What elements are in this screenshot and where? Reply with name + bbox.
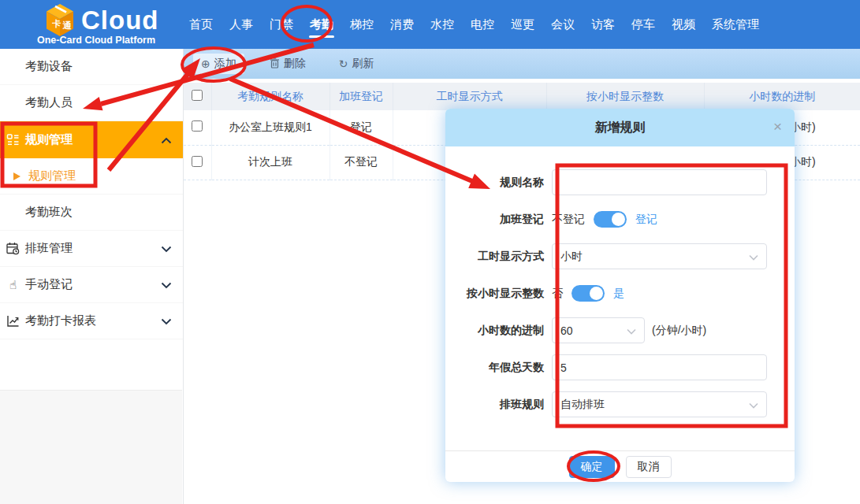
- chevron-down-icon: [627, 324, 636, 337]
- chevron-up-icon: [161, 133, 172, 146]
- chevron-down-icon: [161, 278, 172, 291]
- sidebar-item-label: 考勤打卡报表: [25, 313, 96, 328]
- cell-overtime: 登记: [329, 110, 393, 145]
- select-all-checkbox[interactable]: [192, 90, 203, 101]
- integer-hours-toggle[interactable]: [571, 285, 605, 302]
- nav-item-system[interactable]: 系统管理: [712, 0, 759, 49]
- refresh-button-label: 刷新: [352, 57, 374, 71]
- delete-button-label: 删除: [284, 57, 306, 71]
- field-label: 排班规则: [445, 398, 552, 412]
- field-label: 年假总天数: [445, 361, 552, 375]
- chevron-down-icon: [161, 314, 172, 328]
- nav-item-electric[interactable]: 电控: [471, 0, 494, 49]
- table-header-row: 考勤规则名称 加班登记 工时显示方式 按小时显示整数 小时数的进制: [184, 83, 860, 110]
- sidebar-item-schedule-management[interactable]: 排班管理: [0, 231, 183, 267]
- delete-button[interactable]: 删除: [262, 54, 314, 74]
- sidebar-item-attendance-devices[interactable]: 考勤设备: [0, 49, 183, 85]
- nav-item-water[interactable]: 水控: [430, 0, 454, 49]
- sidebar-item-label: 手动登记: [25, 277, 73, 292]
- toggle-off-label: 否: [552, 287, 563, 301]
- one-card-cloud-app: 卡 通 Cloud One-Card Cloud Platform 首页 人事 …: [0, 0, 860, 504]
- toggle-knob: [612, 213, 625, 226]
- field-annual-leave: 年假总天数: [445, 349, 795, 386]
- nav-item-patrol[interactable]: 巡更: [511, 0, 534, 49]
- cell-rule-name: 办公室上班规则1: [211, 110, 329, 145]
- select-value: 60: [560, 324, 573, 337]
- nav-item-access[interactable]: 门禁: [270, 0, 293, 49]
- select-value: 小时: [560, 250, 583, 264]
- sidebar-item-label: 考勤班次: [25, 205, 73, 220]
- col-header-hour-base: 小时数的进制: [704, 83, 860, 110]
- hour-base-suffix: (分钟/小时): [652, 324, 706, 338]
- field-integer-hours: 按小时显示整数 否 是: [445, 275, 795, 312]
- chevron-down-icon: [161, 242, 172, 255]
- row-checkbox[interactable]: [192, 156, 203, 167]
- select-value: 自动排班: [560, 398, 605, 412]
- refresh-icon: ↻: [339, 58, 348, 69]
- refresh-button[interactable]: ↻ 刷新: [331, 54, 382, 74]
- nav-item-consume[interactable]: 消费: [390, 0, 414, 49]
- brand-logo: 卡 通 Cloud One-Card Cloud Platform: [0, 0, 184, 49]
- toggle-on-label: 是: [613, 287, 624, 301]
- field-label: 规则名称: [445, 176, 552, 190]
- chart-icon: [6, 314, 20, 328]
- dialog-footer: 确定 取消: [445, 450, 795, 482]
- brand-subtitle: One-Card Cloud Platform: [37, 35, 155, 46]
- col-header-integer-hours: 按小时显示整数: [546, 83, 704, 110]
- field-label: 小时数的进制: [445, 324, 552, 338]
- nav-item-attendance[interactable]: 考勤: [310, 0, 333, 49]
- cell-rule-name: 计次上班: [211, 145, 329, 180]
- dialog-body: 规则名称 加班登记 不登记 登记 工时显示方式 小时: [445, 146, 795, 450]
- toggle-on-label: 登记: [635, 213, 657, 227]
- field-overtime: 加班登记 不登记 登记: [445, 201, 795, 238]
- sidebar-item-label: 考勤设备: [25, 59, 73, 74]
- hours-display-select[interactable]: 小时: [552, 243, 767, 269]
- schedule-rule-select[interactable]: 自动排班: [552, 391, 767, 417]
- overtime-toggle[interactable]: [594, 211, 627, 228]
- nav-item-visitor[interactable]: 访客: [591, 0, 615, 49]
- chevron-down-icon: [749, 250, 758, 263]
- sidebar-item-label: 考勤人员: [25, 95, 73, 110]
- hour-base-select[interactable]: 60: [552, 317, 645, 343]
- sidebar-item-attendance-report[interactable]: 考勤打卡报表: [0, 303, 183, 339]
- field-hour-base: 小时数的进制 60 (分钟/小时): [445, 312, 795, 349]
- top-header: 卡 通 Cloud One-Card Cloud Platform 首页 人事 …: [0, 0, 860, 49]
- svg-text:通: 通: [62, 20, 73, 30]
- brand-name: Cloud: [81, 6, 158, 35]
- calendar-icon: [6, 242, 20, 255]
- chevron-down-icon: [749, 398, 758, 411]
- triangle-icon: [13, 172, 20, 180]
- nav-item-elevator[interactable]: 梯控: [350, 0, 374, 49]
- add-button[interactable]: ⊕ 添加: [193, 54, 244, 74]
- trash-icon: [270, 57, 280, 70]
- cancel-button[interactable]: 取消: [626, 456, 672, 478]
- close-icon[interactable]: ×: [773, 119, 782, 134]
- field-schedule-rule: 排班规则 自动排班: [445, 386, 795, 423]
- nav-item-hr[interactable]: 人事: [229, 0, 253, 49]
- hand-icon: ☝: [6, 278, 20, 291]
- cell-overtime: 不登记: [329, 145, 393, 180]
- sidebar-item-manual-registration[interactable]: ☝ 手动登记: [0, 267, 183, 303]
- nav-item-home[interactable]: 首页: [189, 0, 213, 49]
- col-header-rule-name: 考勤规则名称: [211, 83, 329, 110]
- add-rule-dialog: 新增规则 × 规则名称 加班登记 不登记 登记 工时显示方式: [445, 109, 795, 482]
- sidebar: 考勤设备 考勤人员 规则管理: [0, 49, 184, 504]
- rule-name-input[interactable]: [552, 169, 767, 195]
- col-header-hours-display: 工时显示方式: [393, 83, 546, 110]
- nav-item-meeting[interactable]: 会议: [551, 0, 575, 49]
- row-checkbox[interactable]: [192, 120, 203, 132]
- field-rule-name: 规则名称: [445, 164, 795, 201]
- sidebar-item-label: 排班管理: [25, 241, 73, 256]
- add-button-label: 添加: [214, 57, 236, 71]
- sidebar-item-attendance-shifts[interactable]: 考勤班次: [0, 195, 183, 231]
- annual-leave-input[interactable]: [552, 354, 767, 380]
- sidebar-item-attendance-personnel[interactable]: 考勤人员: [0, 85, 183, 121]
- rules-icon: [6, 133, 20, 146]
- sidebar-subitem-rule-management[interactable]: 规则管理: [0, 158, 183, 195]
- confirm-button[interactable]: 确定: [569, 456, 615, 478]
- toggle-off-label: 不登记: [552, 213, 585, 227]
- field-label: 加班登记: [445, 213, 552, 227]
- sidebar-item-rule-management[interactable]: 规则管理: [0, 121, 183, 158]
- nav-item-video[interactable]: 视频: [672, 0, 695, 49]
- nav-item-parking[interactable]: 停车: [631, 0, 655, 49]
